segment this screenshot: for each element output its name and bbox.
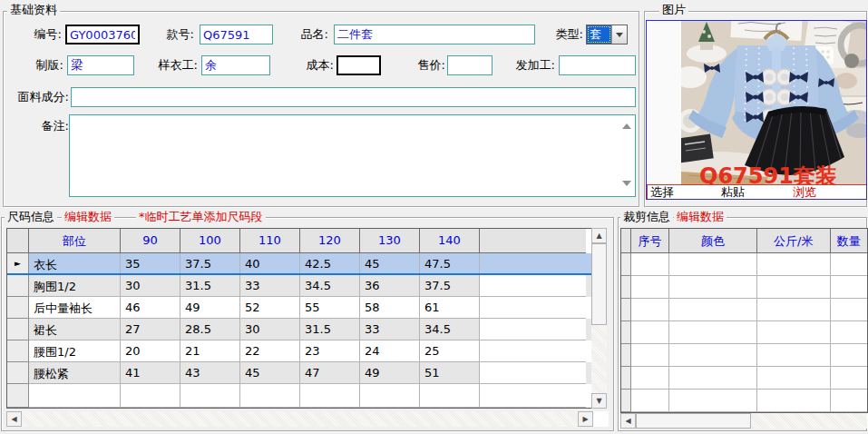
cell-blank[interactable] xyxy=(631,253,669,276)
cell-part[interactable]: 裙长 xyxy=(29,319,121,340)
cell-value[interactable]: 47 xyxy=(300,362,360,384)
cell-part[interactable]: 衣长 xyxy=(29,253,121,273)
table-row[interactable]: 腰松紧 41 43 45 47 49 51 xyxy=(7,362,592,384)
cell-blank[interactable] xyxy=(480,297,586,319)
size-vscroll-down-button[interactable]: ▼ xyxy=(591,393,607,409)
cell-value[interactable]: 61 xyxy=(420,297,480,319)
cell-blank[interactable] xyxy=(360,384,420,408)
type-dropdown-button[interactable] xyxy=(611,25,627,44)
cut-table-row-empty[interactable] xyxy=(621,253,867,276)
size-hscroll-left-button[interactable]: ◀ xyxy=(6,411,22,427)
cell-blank[interactable] xyxy=(831,367,867,390)
cell-value[interactable]: 25 xyxy=(420,340,480,362)
fabric-field[interactable] xyxy=(71,87,636,107)
cell-value[interactable]: 27 xyxy=(121,319,180,340)
cell-value[interactable]: 36 xyxy=(360,275,420,297)
cell-value[interactable]: 35 xyxy=(121,253,180,273)
cell-blank[interactable] xyxy=(831,253,867,276)
cell-value[interactable]: 42.5 xyxy=(300,253,360,273)
cell-blank[interactable] xyxy=(420,384,480,408)
table-row[interactable]: 胸围1/2 30 31.5 33 34.5 36 37.5 xyxy=(7,275,592,297)
cell-blank[interactable] xyxy=(831,276,867,299)
cell-value[interactable]: 45 xyxy=(360,253,420,273)
cell-blank[interactable] xyxy=(121,384,180,408)
cell-value[interactable]: 51 xyxy=(420,362,480,384)
cell-value[interactable]: 24 xyxy=(360,340,420,362)
cell-blank[interactable] xyxy=(757,321,831,344)
cell-blank[interactable] xyxy=(669,299,757,321)
cell-value[interactable]: 33 xyxy=(240,275,300,297)
cell-blank[interactable] xyxy=(631,390,669,412)
size-edit-data-link[interactable]: 编辑数据 xyxy=(62,210,114,224)
cut-table-row-empty[interactable] xyxy=(621,321,867,344)
cell-blank[interactable] xyxy=(240,384,300,408)
cut-table-row-empty[interactable] xyxy=(621,367,867,390)
cell-blank[interactable] xyxy=(831,299,867,321)
size-table-hscrollbar[interactable] xyxy=(6,411,593,427)
cell-value[interactable]: 21 xyxy=(180,340,240,362)
style-no-field[interactable] xyxy=(200,25,273,44)
cell-value[interactable]: 52 xyxy=(240,297,300,319)
cell-blank[interactable] xyxy=(669,321,757,344)
cell-blank[interactable] xyxy=(631,367,669,390)
cut-hscroll-left-button[interactable]: ◀ xyxy=(620,413,636,429)
pattern-maker-field[interactable] xyxy=(67,55,134,75)
price-field[interactable] xyxy=(447,55,493,75)
table-row[interactable]: 后中量袖长 46 49 52 55 58 61 xyxy=(7,297,592,319)
cell-value[interactable]: 43 xyxy=(180,362,240,384)
cell-blank[interactable] xyxy=(300,384,360,408)
cell-value[interactable]: 55 xyxy=(300,297,360,319)
cell-part[interactable]: 腰松紧 xyxy=(29,362,121,384)
remarks-scroll-up-icon[interactable] xyxy=(622,123,631,129)
cell-part[interactable]: 胸围1/2 xyxy=(29,275,121,297)
cell-blank[interactable] xyxy=(631,344,669,367)
cell-value[interactable]: 22 xyxy=(240,340,300,362)
cell-blank[interactable] xyxy=(480,253,586,273)
cell-value[interactable]: 33 xyxy=(360,319,420,340)
size-hscroll-right-button[interactable]: ▶ xyxy=(578,411,593,427)
table-row-selected[interactable]: ► 衣长 35 37.5 40 42.5 45 47.5 xyxy=(7,253,592,275)
cell-value[interactable]: 37.5 xyxy=(420,275,480,297)
cell-blank[interactable] xyxy=(480,319,586,340)
cell-value[interactable]: 40 xyxy=(240,253,300,273)
cell-value[interactable]: 47.5 xyxy=(420,253,480,273)
cell-value[interactable]: 23 xyxy=(300,340,360,362)
cell-value[interactable]: 41 xyxy=(121,362,180,384)
cell-blank[interactable] xyxy=(831,321,867,344)
cut-table-row-empty[interactable] xyxy=(621,390,867,412)
cell-value[interactable]: 34.5 xyxy=(420,319,480,340)
cell-value[interactable]: 31.5 xyxy=(180,275,240,297)
cell-value[interactable]: 30 xyxy=(121,275,180,297)
cut-table-row-empty[interactable] xyxy=(621,344,867,367)
cell-blank[interactable] xyxy=(180,384,240,408)
paste-image-button[interactable]: 粘贴 xyxy=(721,185,745,199)
cell-value[interactable]: 49 xyxy=(180,297,240,319)
size-vscroll-thumb[interactable] xyxy=(591,243,607,325)
cell-blank[interactable] xyxy=(831,390,867,412)
table-row[interactable]: 裙长 27 28.5 30 31.5 33 34.5 xyxy=(7,319,592,340)
cell-value[interactable]: 49 xyxy=(360,362,420,384)
cell-part[interactable]: 腰围1/2 xyxy=(29,340,121,362)
cell-blank[interactable] xyxy=(631,321,669,344)
cell-blank[interactable] xyxy=(480,384,586,408)
cell-blank[interactable] xyxy=(631,276,669,299)
cell-blank[interactable] xyxy=(480,275,586,297)
cell-blank[interactable] xyxy=(29,384,121,408)
table-row[interactable]: 腰围1/2 20 21 22 23 24 25 xyxy=(7,340,592,362)
cell-blank[interactable] xyxy=(669,276,757,299)
cut-table-row-empty[interactable] xyxy=(621,276,867,299)
cell-value[interactable]: 45 xyxy=(240,362,300,384)
cut-hscroll-thumb[interactable] xyxy=(636,413,751,429)
cost-field[interactable] xyxy=(336,55,381,75)
cell-blank[interactable] xyxy=(757,253,831,276)
cell-value[interactable]: 34.5 xyxy=(300,275,360,297)
cell-blank[interactable] xyxy=(480,340,586,362)
cut-edit-data-link[interactable]: 编辑数据 xyxy=(674,210,727,224)
cell-value[interactable]: 46 xyxy=(121,297,180,319)
cell-value[interactable]: 37.5 xyxy=(180,253,240,273)
cell-value[interactable]: 30 xyxy=(240,319,300,340)
cell-blank[interactable] xyxy=(757,367,831,390)
cell-value[interactable]: 31.5 xyxy=(300,319,360,340)
cell-blank[interactable] xyxy=(480,362,586,384)
size-vscroll-up-button[interactable]: ▲ xyxy=(591,228,607,243)
